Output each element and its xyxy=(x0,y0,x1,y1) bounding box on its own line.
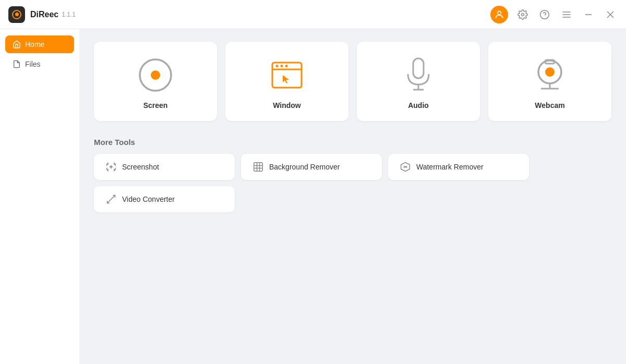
recording-cards: Screen Window xyxy=(94,42,611,121)
menu-icon[interactable] xyxy=(559,7,574,22)
tool-screenshot[interactable]: Screenshot xyxy=(94,154,235,180)
svg-point-2 xyxy=(540,10,549,19)
settings-icon[interactable] xyxy=(515,7,530,22)
svg-rect-17 xyxy=(413,58,424,78)
screenshot-label: Screenshot xyxy=(122,163,159,171)
sidebar-home-label: Home xyxy=(25,40,44,48)
webcam-label: Webcam xyxy=(535,101,564,110)
svg-point-21 xyxy=(545,67,555,77)
tools-grid: Screenshot Background Remover xyxy=(94,154,611,212)
watermark-remover-label: Watermark Remover xyxy=(416,163,484,171)
tool-background-remover[interactable]: Background Remover xyxy=(241,154,382,180)
tool-video-converter[interactable]: Video Converter xyxy=(94,186,235,212)
background-remover-icon xyxy=(252,161,264,173)
audio-card[interactable]: Audio xyxy=(357,42,480,121)
titlebar: DiReec 1.1.1 xyxy=(0,0,626,29)
svg-point-15 xyxy=(281,65,283,67)
close-button[interactable] xyxy=(603,7,618,22)
svg-line-34 xyxy=(107,196,115,203)
help-icon[interactable] xyxy=(537,7,552,22)
webcam-card[interactable]: Webcam xyxy=(488,42,611,121)
svg-point-1 xyxy=(522,13,524,16)
window-icon xyxy=(268,56,306,94)
svg-point-16 xyxy=(285,65,288,67)
logo-dot xyxy=(15,13,19,16)
svg-point-0 xyxy=(498,11,501,15)
minimize-button[interactable] xyxy=(581,7,596,22)
video-converter-label: Video Converter xyxy=(122,195,175,203)
app-name: DiReec xyxy=(30,10,58,19)
audio-icon xyxy=(400,56,437,94)
screen-card[interactable]: Screen xyxy=(94,42,217,121)
logo-ring xyxy=(12,10,21,19)
video-converter-icon xyxy=(105,193,117,205)
tool-watermark-remover[interactable]: Watermark Remover xyxy=(388,154,529,180)
webcam-icon xyxy=(531,56,569,94)
window-card[interactable]: Window xyxy=(225,42,348,121)
sidebar-item-home[interactable]: Home xyxy=(5,35,74,53)
sidebar-item-files[interactable]: Files xyxy=(5,55,74,73)
files-icon xyxy=(13,60,21,68)
window-label: Window xyxy=(273,101,301,110)
screenshot-icon xyxy=(105,161,117,173)
app-logo xyxy=(8,6,25,23)
screen-icon xyxy=(137,56,174,94)
screen-label: Screen xyxy=(143,101,168,110)
audio-label: Audio xyxy=(408,101,429,110)
more-tools-section: More Tools Screenshot xyxy=(94,138,611,212)
svg-point-11 xyxy=(151,70,160,80)
main-content: Screen Window xyxy=(79,29,626,364)
sidebar: Home Files xyxy=(0,29,79,364)
app-version: 1.1.1 xyxy=(62,11,76,18)
avatar-button[interactable] xyxy=(490,6,508,23)
titlebar-actions xyxy=(490,6,618,23)
background-remover-label: Background Remover xyxy=(269,163,340,171)
svg-rect-27 xyxy=(254,163,263,172)
app-body: Home Files Scre xyxy=(0,29,626,364)
more-tools-title: More Tools xyxy=(94,138,611,147)
svg-point-14 xyxy=(276,65,279,67)
watermark-remover-icon xyxy=(400,161,411,173)
sidebar-files-label: Files xyxy=(25,60,41,68)
home-icon xyxy=(13,40,21,48)
